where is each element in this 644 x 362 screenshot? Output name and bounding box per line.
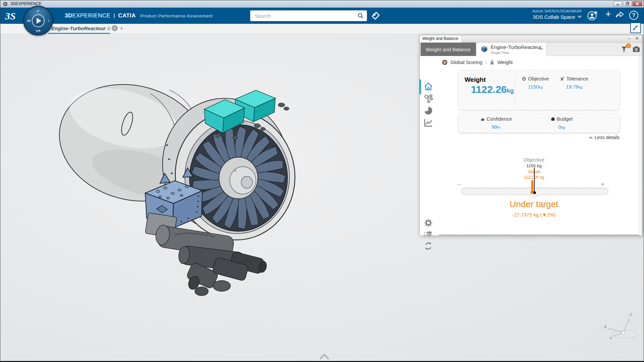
triad-x-label: X [604, 325, 607, 329]
panel-titlebar[interactable]: Weight and Balance – ✕ [420, 35, 642, 43]
application-window: 3DEXPERIENCE 3S 3DEXPERIENCE | CATIA Pro… [0, 0, 644, 362]
less-details-link[interactable]: Less details [552, 135, 620, 140]
action-bar-expander[interactable] [318, 353, 330, 360]
tolerance-kpi: Tolerance 19.78kg [557, 76, 591, 89]
budget-value: 0 [558, 124, 561, 130]
model-tab-subtitle: Single Flow [491, 51, 509, 55]
confidence-value: 99 [492, 124, 497, 130]
budget-kpi: Budget 0kg [544, 116, 579, 130]
confidence-kpi: Confidence 99% [476, 116, 516, 130]
tab-label: Weight and Balance [426, 47, 471, 52]
gauge-increase-button[interactable]: + [601, 181, 605, 188]
thumbs-up-icon [480, 117, 485, 121]
weight-icon [489, 60, 495, 65]
panel-minimize-button[interactable]: – [627, 36, 633, 41]
objective-kpi: Objective 1150kg [520, 76, 551, 89]
cube-icon [481, 46, 488, 53]
model-tab-title: Engine-TurboReacteur [491, 44, 541, 50]
chevron-down-icon[interactable] [539, 48, 543, 50]
view-triad[interactable]: Z X Y [601, 311, 643, 344]
card-divider [515, 74, 515, 106]
triad-y-label: Y [609, 336, 612, 340]
panel-sidebar [420, 56, 439, 235]
weight-card-title: Weight [465, 76, 486, 83]
chevron-up-icon [589, 136, 593, 139]
active-item-indicator [420, 79, 421, 94]
tolerance-label: Tolerance [566, 76, 588, 81]
tolerance-value: 19.78 [566, 84, 579, 89]
filter-badge: 1 [626, 43, 631, 48]
line-chart-icon[interactable] [423, 118, 433, 128]
collapse-view-button[interactable] [630, 22, 641, 33]
chevron-up-icon [320, 355, 328, 359]
3dexperience-compass[interactable]: y 3D i V.R [23, 6, 53, 36]
breadcrumb-separator: › [485, 59, 487, 65]
gauge-objective-label: Objective [459, 157, 609, 163]
objective-icon [522, 76, 526, 81]
breadcrumb-weight[interactable]: Weight [497, 60, 513, 65]
briefcase-icon [551, 117, 555, 121]
pie-chart-icon[interactable] [423, 106, 433, 116]
panel-tab-strip: Weight and Balance Engine-TurboReacteur … [420, 43, 642, 56]
tolerance-unit: kg [579, 85, 583, 89]
global-scoring-target-icon [442, 59, 448, 65]
budget-unit: kg [561, 125, 565, 129]
settings-gear-icon[interactable] [423, 218, 433, 228]
gauge-delta: -27.7375 kg (▼2%) [459, 212, 609, 218]
tab-model-context[interactable]: Engine-TurboReacteur Single Flow [476, 43, 546, 56]
less-details-label: Less details [595, 135, 620, 140]
gauge-needle [526, 167, 543, 196]
network-icon[interactable] [423, 94, 433, 104]
objective-label: Objective [528, 76, 549, 81]
gauge-status: Under target [459, 199, 609, 209]
breadcrumb-global-scoring[interactable]: Global Scoring [450, 60, 482, 65]
compass-play-button[interactable] [32, 14, 45, 27]
compass-north-label: y [37, 9, 39, 12]
weight-unit: kg [507, 87, 514, 94]
compass-south-label: V.R [36, 29, 40, 33]
weight-value: 1122.26kg [471, 84, 514, 95]
tab-weight-and-balance[interactable]: Weight and Balance [421, 43, 476, 56]
compass-east-label: i [48, 19, 49, 22]
triad-z-label: Z [630, 313, 632, 317]
update-status-icon[interactable] [423, 229, 433, 239]
confidence-unit: % [497, 125, 500, 129]
budget-label: Budget [557, 116, 573, 122]
compass-west-label: 3D [27, 19, 31, 22]
refresh-icon[interactable] [423, 241, 433, 251]
home-icon[interactable] [423, 81, 433, 92]
gauge-decrease-button[interactable]: − [457, 181, 461, 188]
play-icon [37, 18, 41, 24]
snapshot-camera-icon[interactable] [632, 46, 640, 53]
fan-spinner [219, 157, 258, 199]
confidence-label: Confidence [487, 116, 512, 122]
panel-close-button[interactable]: ✕ [634, 36, 640, 41]
panel-scrollbar[interactable] [639, 56, 642, 235]
panel-title: Weight and Balance [420, 35, 462, 43]
collapse-arrows-icon [632, 24, 639, 32]
tolerance-icon [560, 76, 565, 81]
objective-unit: kg [539, 85, 543, 89]
objective-value: 1150 [528, 84, 539, 89]
confidence-budget-card: Confidence 99% Budget 0kg [459, 113, 620, 133]
weight-summary-card: Weight 1122.26kg Objective 1150kg [459, 70, 620, 110]
breadcrumb: Global Scoring › Weight [442, 59, 513, 66]
weight-and-balance-panel: Weight and Balance – ✕ Weight and Balanc… [419, 35, 642, 235]
weight-number: 1122.26 [471, 84, 507, 95]
